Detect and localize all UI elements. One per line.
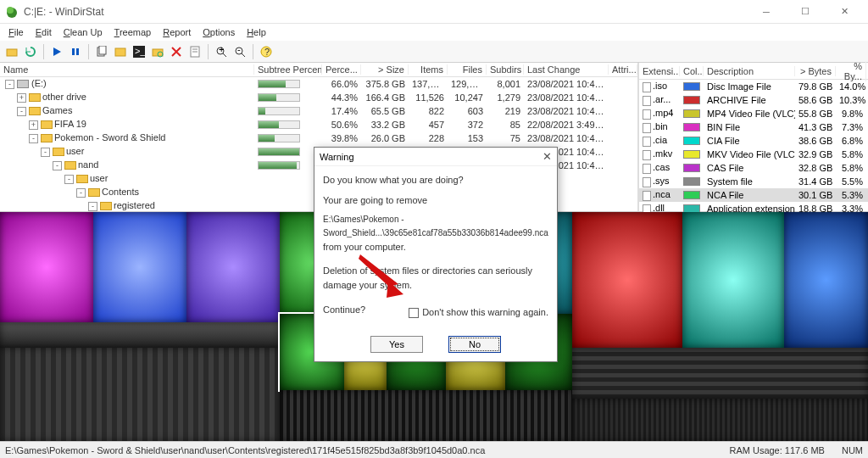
- folder-icon: [64, 161, 76, 170]
- zoom-out-icon[interactable]: -: [231, 43, 248, 60]
- titlebar: C:|E: - WinDirStat ─ ☐ ✕: [0, 0, 868, 24]
- dialog-line4: from your computer.: [323, 240, 548, 255]
- drive-icon: [17, 80, 29, 88]
- col-name[interactable]: Name: [0, 64, 254, 75]
- delete-icon[interactable]: [168, 43, 185, 60]
- checkbox-label: Don't show this warning again.: [422, 305, 548, 321]
- minimize-button[interactable]: ─: [748, 2, 785, 22]
- col-desc[interactable]: Description: [704, 66, 795, 76]
- menu-report[interactable]: Report: [158, 25, 196, 39]
- col-perce[interactable]: Perce...: [322, 64, 361, 75]
- yes-button[interactable]: Yes: [370, 336, 423, 353]
- treemap-block[interactable]: [93, 212, 186, 322]
- menu-treemap[interactable]: Treemap: [109, 25, 157, 39]
- reload-icon[interactable]: [22, 43, 39, 60]
- row-name: Contents: [102, 187, 139, 197]
- tree-toggle-icon[interactable]: -: [64, 175, 74, 184]
- col-byp[interactable]: % By...: [836, 61, 866, 81]
- help-icon[interactable]: ?: [258, 43, 275, 60]
- close-button[interactable]: ✕: [826, 2, 863, 22]
- file-icon: [643, 191, 651, 201]
- ext-row[interactable]: .mkv MKV Video File (VLC) 32.9 GB 5.8%: [639, 148, 868, 161]
- tree-toggle-icon[interactable]: +: [17, 93, 26, 103]
- col-ext[interactable]: Extensi...: [639, 66, 680, 76]
- treemap-block[interactable]: [0, 212, 93, 322]
- color-swatch: [683, 137, 700, 145]
- menu-help[interactable]: Help: [242, 25, 271, 39]
- cmd-icon[interactable]: >_: [131, 43, 147, 60]
- properties-icon[interactable]: [186, 43, 203, 60]
- ext-row[interactable]: .sys System file 31.4 GB 5.5%: [639, 175, 868, 188]
- maximize-button[interactable]: ☐: [787, 2, 824, 22]
- folder-icon: [41, 120, 53, 129]
- ext-row[interactable]: .bin BIN File 41.3 GB 7.3%: [639, 120, 868, 134]
- treemap-block[interactable]: [0, 322, 280, 348]
- dont-show-checkbox[interactable]: Don't show this warning again.: [409, 305, 548, 321]
- dialog-close-icon[interactable]: ✕: [542, 150, 552, 163]
- col-files[interactable]: Files: [448, 64, 487, 75]
- copy-icon[interactable]: [93, 43, 110, 60]
- pause-icon[interactable]: [67, 43, 84, 60]
- menu-edit[interactable]: Edit: [31, 25, 57, 39]
- color-swatch: [683, 150, 700, 159]
- treemap-block[interactable]: [572, 348, 868, 399]
- zoom-in-icon[interactable]: +: [213, 43, 230, 60]
- explorer-icon[interactable]: [112, 43, 129, 60]
- treemap-block[interactable]: [0, 348, 280, 441]
- ext-row[interactable]: .mp4 MP4 Video File (VLC) 55.8 GB 9.8%: [639, 107, 868, 120]
- treemap-block[interactable]: [682, 212, 784, 348]
- tree-toggle-icon[interactable]: -: [5, 80, 14, 89]
- col-size[interactable]: > Size: [361, 64, 409, 75]
- tree-headers: Name Subtree Percent... Perce... > Size …: [0, 63, 637, 77]
- color-swatch: [683, 82, 700, 91]
- menu-cleanup[interactable]: Clean Up: [58, 25, 108, 39]
- svg-rect-7: [99, 46, 106, 54]
- status-num: NUM: [842, 445, 863, 455]
- col-bytes[interactable]: > Bytes: [795, 66, 836, 76]
- tree-toggle-icon[interactable]: -: [53, 161, 62, 170]
- tree-row[interactable]: -(E:)66.0%375.8 GB137,577129,5768,00123/…: [0, 77, 637, 91]
- tree-row[interactable]: -Games17.4%65.5 GB82260321923/08/2021 10…: [0, 104, 637, 118]
- menu-file[interactable]: File: [3, 25, 29, 39]
- color-swatch: [683, 96, 700, 104]
- file-icon: [643, 137, 651, 147]
- no-button[interactable]: No: [448, 336, 501, 353]
- ext-row[interactable]: .nca NCA File 30.1 GB 5.3%: [639, 188, 868, 202]
- tree-toggle-icon[interactable]: -: [88, 202, 97, 211]
- tree-row[interactable]: -Pokemon - Sword & Shield39.8%26.0 GB228…: [0, 131, 637, 145]
- run-icon[interactable]: [48, 43, 65, 60]
- extension-pane: Extensi... Col... Description > Bytes % …: [639, 63, 868, 211]
- ext-row[interactable]: .iso Disc Image File 79.8 GB 14.0%: [639, 80, 868, 93]
- file-icon: [643, 82, 651, 92]
- folder-icon: [88, 188, 100, 197]
- treemap-block[interactable]: [572, 212, 682, 348]
- col-items[interactable]: Items: [409, 64, 448, 75]
- col-attr[interactable]: Attri...: [609, 64, 637, 75]
- treemap-block[interactable]: [186, 212, 280, 322]
- col-color[interactable]: Col...: [680, 66, 704, 76]
- refresh-folder-icon[interactable]: [149, 43, 166, 60]
- row-name: FIFA 19: [54, 119, 86, 129]
- tree-row[interactable]: +other drive44.3%166.4 GB11,52610,2471,2…: [0, 91, 637, 104]
- tree-toggle-icon[interactable]: -: [41, 148, 50, 157]
- menubar: File Edit Clean Up Treemap Report Option…: [0, 24, 868, 41]
- col-subtree[interactable]: Subtree Percent...: [254, 64, 322, 75]
- folder-icon: [41, 134, 53, 142]
- ext-row[interactable]: .cas CAS File 32.8 GB 5.8%: [639, 161, 868, 175]
- open-icon[interactable]: [3, 43, 20, 60]
- ext-row[interactable]: .ar... ARCHIVE File 58.6 GB 10.3%: [639, 93, 868, 107]
- col-lastchange[interactable]: Last Change: [524, 64, 609, 75]
- treemap-block[interactable]: [280, 390, 572, 441]
- tree-row[interactable]: +FIFA 1950.6%33.2 GB4573728522/08/2021 3…: [0, 118, 637, 131]
- treemap-block[interactable]: [572, 399, 868, 441]
- tree-toggle-icon[interactable]: -: [29, 134, 38, 143]
- folder-icon: [29, 107, 41, 115]
- treemap-block[interactable]: [784, 212, 868, 348]
- file-icon: [643, 164, 651, 174]
- ext-row[interactable]: .cia CIA File 38.6 GB 6.8%: [639, 134, 868, 148]
- tree-toggle-icon[interactable]: -: [17, 107, 26, 116]
- menu-options[interactable]: Options: [198, 25, 240, 39]
- tree-toggle-icon[interactable]: +: [29, 120, 38, 130]
- col-subdirs[interactable]: Subdirs: [487, 64, 524, 75]
- tree-toggle-icon[interactable]: -: [76, 188, 86, 198]
